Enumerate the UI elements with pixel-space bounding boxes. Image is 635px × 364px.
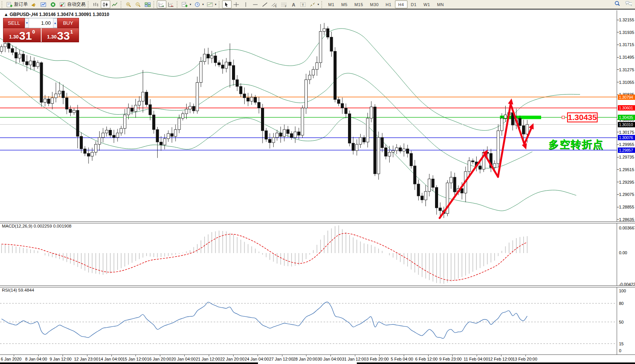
crosshair-button[interactable] [232,0,241,8]
chart-shift-button[interactable] [166,0,176,8]
candle-body [196,82,199,111]
candle-body [76,110,79,136]
new-chart-button[interactable]: ▾ [180,0,193,8]
timeframe-w1-label: W1 [422,2,432,7]
candle-body [417,184,420,196]
candle-body [265,131,268,139]
time-axis-label: 9 Jan 12:00 [50,357,72,361]
candle-body [385,148,387,156]
candlestick-chart-button[interactable] [101,0,110,8]
vertical-line-button[interactable] [241,0,251,8]
trendline-button[interactable] [260,0,270,8]
toolbar-right-icons [614,1,632,8]
time-axis-label: 11 Feb 04:00 [464,357,488,361]
timeframe-h1[interactable]: H1 [382,0,395,8]
text-label-button[interactable]: T [298,0,308,8]
timeframe-m15[interactable]: M15 [351,0,367,8]
profiles-button[interactable]: ▾ [193,0,205,8]
candle-body [330,37,333,51]
candle-body [258,103,260,108]
timeframe-mn[interactable]: MN [434,0,447,8]
timeframe-w1[interactable]: W1 [420,0,434,8]
candle-body [0,47,3,51]
time-axis-label: 30 Jan 04:00 [318,357,342,361]
candle-body [359,138,362,144]
candle-body [410,153,413,166]
timeframe-d1[interactable]: D1 [408,0,420,8]
timeframe-h4[interactable]: H4 [395,0,408,8]
candle-body [167,133,170,138]
symbol-search-icon[interactable] [614,1,621,8]
line-chart-button[interactable] [110,0,120,8]
new-chart-window-icon [40,2,47,7]
fibonacci-button[interactable]: F [279,0,289,8]
timeframe-m15-label: M15 [353,2,365,7]
candle-body [189,106,192,109]
volume-input[interactable] [29,18,53,28]
cursor-button[interactable] [222,0,232,8]
price-level-chip: 1.30310 [618,122,635,127]
new-order-button[interactable]: 新订单 [5,0,29,8]
channel-button[interactable]: E [270,0,279,8]
buy-price-small: 1.30 [47,34,56,40]
text-button[interactable]: A [289,0,298,8]
time-tick-mark [525,355,526,356]
candle-body [301,108,304,135]
price-tag-handle[interactable] [562,116,565,119]
candle-body [84,149,86,154]
price-tick-label: 1.32155 [619,18,634,22]
buy-price[interactable]: 1.30 33 1 [42,28,79,42]
timeframe-m1-label: M1 [326,2,336,7]
auto-trading-button[interactable]: 自动交易 [58,0,87,8]
timeframe-m30[interactable]: M30 [367,0,382,8]
zoom-out-button[interactable] [134,0,143,8]
new-chart-window-button[interactable] [39,0,48,8]
ohlc-open: 1.30146 [39,12,56,17]
buy-button[interactable]: BUY [57,18,79,28]
time-tick-mark [209,355,209,356]
toolbar-group-grip [321,1,323,8]
time-tick-mark [233,355,234,356]
auto-scroll-icon [158,2,165,7]
candle-body [229,62,231,66]
macd-chart-canvas[interactable] [0,223,635,285]
turning-point-annotation[interactable]: 多空转折点 [548,138,604,151]
volume-decrease-button[interactable]: ▼ [25,18,29,28]
time-tick-mark [379,355,380,356]
candle-body [134,105,137,111]
price-chart-canvas[interactable] [0,10,635,223]
timeframe-m1[interactable]: M1 [325,0,338,8]
channel-icon: E [271,2,278,7]
candle-body [432,179,434,187]
time-axis-label: 13 Feb 20:00 [513,357,537,361]
ohlc-high: 1.30474 [57,12,73,17]
crosshair-icon [233,2,240,7]
rsi-chart-canvas[interactable] [0,287,635,354]
time-axis[interactable]: 6 Jan 20208 Jan 04:009 Jan 12:0012 Jan 2… [0,355,635,362]
timeframe-m5[interactable]: M5 [338,0,351,8]
price-tick-label: 1.28855 [619,205,634,209]
candle-body [428,179,431,191]
collapse-arrow-icon[interactable]: ▲ [4,12,8,17]
volume-increase-button[interactable]: ▲ [53,18,57,28]
chat-icon[interactable] [625,1,632,8]
price-tag-label[interactable]: 1.30435 [567,112,598,122]
candle-body [424,191,427,200]
tile-windows-button[interactable] [143,0,153,8]
candle-body [254,97,257,102]
zoom-out-icon [135,2,142,7]
zoom-in-button[interactable] [124,0,134,8]
price-tick-label: 1.29735 [619,155,634,159]
time-axis-label: 16 Jan 20:00 [147,357,171,361]
auto-scroll-button[interactable] [157,0,166,8]
arrows-button[interactable]: ▾ [308,0,321,8]
sell-button[interactable]: SELL [3,18,25,28]
rsi-indicator-label: RSI(14) 59.4844 [2,288,34,292]
bar-chart-button[interactable] [91,0,101,8]
sell-price[interactable]: 1.30 31 0 [3,28,42,42]
indicators-button[interactable]: ▾ [205,0,218,8]
horizontal-line-button[interactable] [251,0,260,8]
market-watch-button[interactable] [48,0,58,8]
candle-body [453,177,456,192]
alert-button[interactable] [29,0,39,8]
